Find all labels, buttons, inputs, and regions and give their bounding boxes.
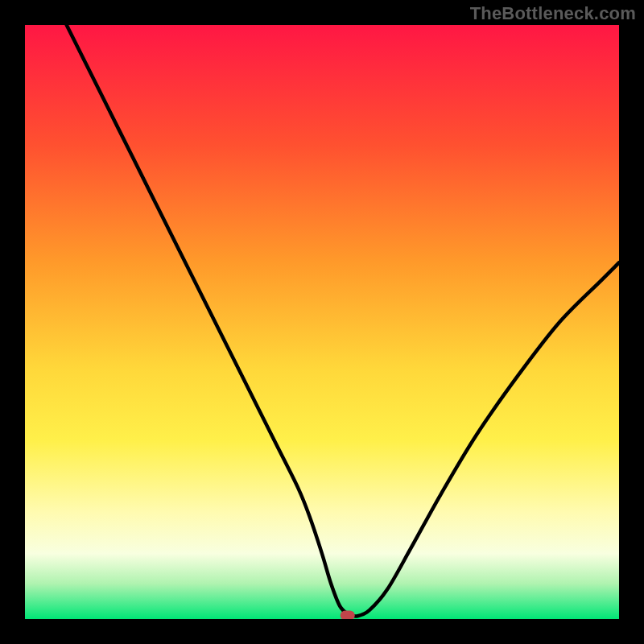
- plot-area: [25, 25, 619, 619]
- watermark-text: TheBottleneck.com: [470, 3, 636, 24]
- curve-line: [67, 25, 619, 617]
- optimal-marker: [341, 611, 355, 619]
- chart-svg: [25, 25, 619, 619]
- chart-frame: TheBottleneck.com: [0, 0, 644, 644]
